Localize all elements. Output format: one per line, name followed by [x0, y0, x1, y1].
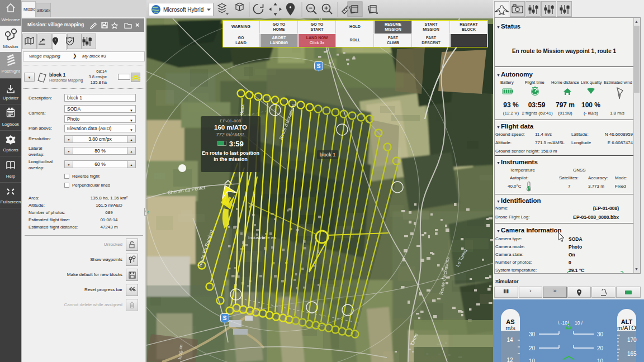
svg-text:30: 30: [597, 331, 604, 337]
svg-text:20: 20: [597, 345, 604, 351]
svg-text:14: 14: [506, 337, 513, 343]
svg-text:165: 165: [627, 351, 637, 357]
svg-text:12: 12: [506, 357, 513, 362]
svg-text:10: 10: [529, 358, 536, 362]
svg-text:Microsoft Hybrid: Microsoft Hybrid: [163, 7, 203, 13]
svg-text:m/ATO: m/ATO: [617, 325, 636, 331]
svg-text:S: S: [317, 63, 321, 69]
svg-text:20: 20: [529, 345, 536, 351]
svg-text:\ -10: \ -10: [558, 320, 567, 326]
svg-text:m/s: m/s: [505, 325, 515, 331]
svg-text:10: 10: [597, 358, 604, 362]
svg-text:Industrielle en: Industrielle en: [248, 235, 276, 240]
svg-text:30: 30: [529, 331, 536, 337]
svg-text:block 1: block 1: [320, 152, 336, 158]
svg-text:170: 170: [627, 337, 637, 343]
svg-text:S: S: [223, 315, 227, 321]
svg-text:‹: ‹: [147, 208, 149, 215]
svg-text:10 /: 10 /: [575, 320, 583, 326]
